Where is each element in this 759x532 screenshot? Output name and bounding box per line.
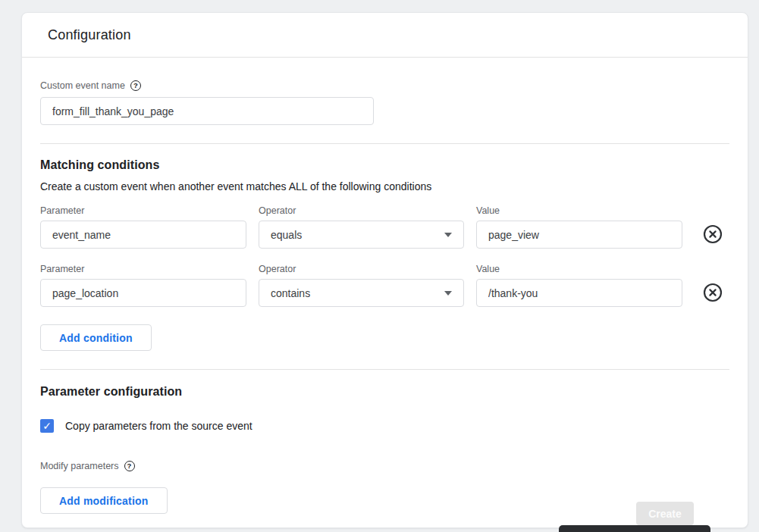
value-label: Value — [476, 205, 682, 216]
parameter-input[interactable] — [40, 279, 246, 307]
operator-label: Operator — [259, 205, 464, 216]
matching-conditions-description: Create a custom event when another event… — [40, 180, 729, 192]
value-input[interactable] — [476, 279, 682, 307]
page-title: Configuration — [48, 27, 131, 43]
modify-parameters-label: Modify parameters ? — [40, 461, 729, 471]
operator-select[interactable]: equals — [259, 221, 464, 249]
custom-event-section: Custom event name ? — [40, 58, 729, 144]
configuration-card: Configuration Custom event name ? Matchi… — [21, 12, 748, 528]
parameter-configuration-section: Parameter configuration ✓ Copy parameter… — [40, 370, 729, 514]
help-icon[interactable]: ? — [124, 461, 135, 471]
chevron-down-icon — [444, 291, 452, 296]
condition-row: Parameter Operator contains Value — [40, 264, 729, 307]
parameter-configuration-heading: Parameter configuration — [40, 385, 729, 399]
operator-label: Operator — [259, 264, 464, 274]
matching-conditions-heading: Matching conditions — [40, 158, 729, 172]
circle-x-icon — [703, 224, 723, 244]
help-icon[interactable]: ? — [130, 80, 141, 91]
snackbar-partial — [559, 525, 710, 532]
circle-x-icon — [703, 283, 723, 302]
add-condition-button[interactable]: Add condition — [40, 324, 152, 351]
card-header: Configuration — [22, 13, 748, 58]
custom-event-name-label: Custom event name ? — [40, 80, 729, 91]
copy-parameters-checkbox[interactable]: ✓ — [40, 419, 54, 433]
custom-event-name-input[interactable] — [40, 97, 374, 125]
condition-row: Parameter Operator equals Value — [40, 205, 729, 249]
create-button-disabled[interactable]: Create — [636, 502, 694, 525]
copy-parameters-label: Copy parameters from the source event — [65, 420, 252, 432]
parameter-input[interactable] — [40, 221, 246, 249]
add-modification-button[interactable]: Add modification — [40, 487, 168, 514]
value-input[interactable] — [476, 221, 682, 249]
chevron-down-icon — [444, 233, 452, 237]
value-label: Value — [476, 264, 682, 274]
matching-conditions-section: Matching conditions Create a custom even… — [40, 144, 729, 370]
operator-select[interactable]: contains — [259, 279, 464, 307]
parameter-label: Parameter — [40, 205, 246, 216]
remove-condition-button[interactable] — [703, 283, 723, 302]
parameter-label: Parameter — [40, 264, 246, 274]
remove-condition-button[interactable] — [703, 224, 723, 244]
